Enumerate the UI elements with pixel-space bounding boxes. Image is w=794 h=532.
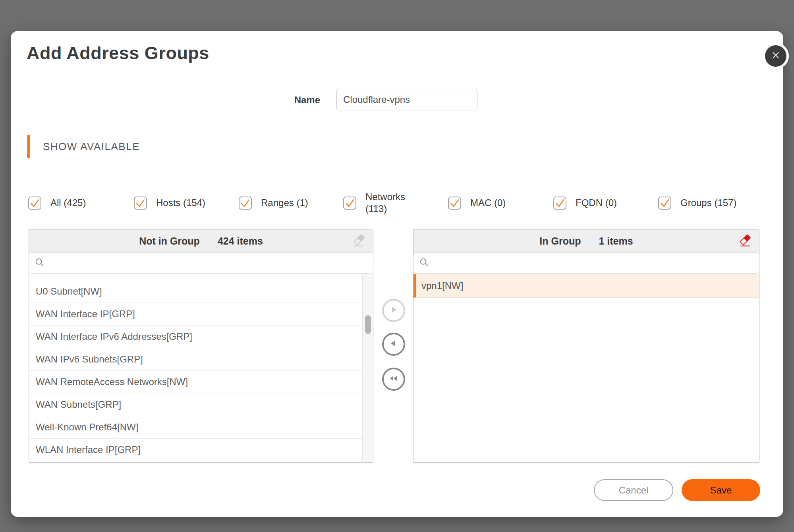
filter-label: Networks (113) (365, 191, 412, 215)
filter-label: Groups (157) (680, 197, 736, 209)
filter-networks[interactable]: Networks (113) (343, 189, 412, 217)
search-icon (34, 257, 45, 270)
checkbox-checked-icon (448, 197, 461, 210)
page-title: Add Address Groups (27, 43, 209, 64)
filter-hosts[interactable]: Hosts (154) (134, 189, 205, 217)
filter-label: FQDN (0) (576, 197, 617, 209)
not-in-group-header: Not in Group 424 items (29, 229, 373, 253)
left-list-scrollbar[interactable] (362, 274, 373, 462)
panel-title: Not in Group (139, 235, 200, 247)
checkbox-checked-icon (343, 197, 356, 210)
left-search-box (29, 253, 373, 274)
not-in-group-panel: Not in Group 424 items (29, 229, 373, 463)
checkbox-checked-icon (553, 197, 566, 210)
list-item[interactable]: WAN RemoteAccess Networks[NW] (29, 371, 363, 393)
search-icon (419, 257, 430, 270)
filter-all[interactable]: All (425) (28, 189, 86, 217)
name-label: Name (272, 89, 320, 111)
in-group-header: In Group 1 items (413, 229, 759, 253)
section-title: SHOW AVAILABLE (43, 135, 140, 158)
panel-title: In Group (539, 235, 581, 247)
eraser-icon (352, 233, 366, 249)
not-in-group-list: U0 Subnet[NW] WAN Interface IP[GRP] WAN … (29, 274, 373, 462)
save-button[interactable]: Save (682, 479, 760, 501)
in-group-panel: In Group 1 items (413, 229, 759, 463)
filter-label: Ranges (1) (261, 197, 308, 209)
panel-item-count: 1 items (599, 235, 633, 247)
section-accent-bar (27, 135, 30, 158)
filter-mac[interactable]: MAC (0) (448, 189, 506, 217)
filter-groups[interactable]: Groups (157) (658, 189, 736, 217)
panel-item-count: 424 items (218, 235, 263, 247)
double-arrow-left-icon (388, 374, 399, 385)
move-all-left-button[interactable] (382, 368, 405, 391)
close-button[interactable] (765, 45, 786, 67)
move-right-button[interactable] (382, 299, 405, 322)
list-item[interactable]: WAN Subnets[GRP] (29, 393, 363, 416)
cancel-button[interactable]: Cancel (594, 479, 673, 501)
clear-left-list-button[interactable] (351, 233, 367, 250)
eraser-icon (738, 233, 752, 249)
right-search-input[interactable] (434, 253, 759, 274)
list-item[interactable]: WAN Interface IPv6 Addresses[GRP] (29, 326, 363, 348)
add-address-groups-dialog: Add Address Groups Name SHOW AVAILABLE A… (11, 31, 783, 517)
filter-label: Hosts (154) (156, 197, 205, 209)
list-item-selected[interactable]: vpn1[NW] (413, 274, 759, 298)
arrow-right-icon (389, 305, 398, 316)
filter-fqdn[interactable]: FQDN (0) (553, 189, 617, 217)
list-item[interactable]: WLAN Interface IP[GRP] (29, 439, 363, 461)
filter-label: All (425) (50, 197, 86, 209)
checkbox-checked-icon (658, 197, 671, 210)
clear-right-list-button[interactable] (737, 233, 753, 250)
filter-label: MAC (0) (470, 197, 506, 209)
checkbox-checked-icon (134, 197, 147, 210)
scrollbar-thumb[interactable] (365, 315, 371, 334)
filter-ranges[interactable]: Ranges (1) (239, 189, 308, 217)
name-input[interactable] (336, 89, 477, 110)
left-search-input[interactable] (49, 253, 373, 274)
list-item[interactable]: WAN IPv6 Subnets[GRP] (29, 348, 363, 371)
list-item[interactable]: WAN Interface IP[GRP] (29, 303, 363, 326)
list-item[interactable]: Well-Known Pref64[NW] (29, 416, 363, 439)
close-icon (771, 50, 781, 62)
arrow-left-icon (389, 339, 398, 350)
move-left-button[interactable] (382, 333, 405, 356)
checkbox-checked-icon (239, 197, 252, 210)
in-group-list: vpn1[NW] (413, 274, 759, 462)
list-item[interactable]: U0 Subnet[NW] (29, 280, 363, 303)
checkbox-checked-icon (28, 197, 41, 210)
right-search-box (413, 253, 759, 274)
list-row-sliver (29, 274, 363, 280)
